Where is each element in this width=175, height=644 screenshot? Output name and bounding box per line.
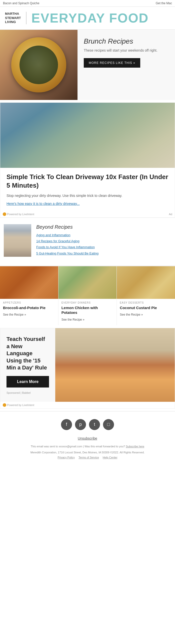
beyond-link-1[interactable]: Aging and Inflammation (36, 233, 171, 237)
footer-email-text: This email was sent to xxxxxx@gmail.com … (5, 444, 170, 449)
babbel-ad-title: Teach Yourself a New Language Using the … (6, 336, 49, 371)
babbel-powered-by-text: Powered by (7, 404, 22, 407)
recipe-card-2-link[interactable]: See the Recipe » (62, 318, 84, 321)
recipe-card-3-link[interactable]: See the Recipe » (120, 313, 143, 316)
person-visual (4, 224, 31, 257)
babbel-ad-container: Teach Yourself a New Language Using the … (0, 328, 175, 402)
brunch-section: Brunch Recipes These recipes will start … (0, 30, 175, 100)
recipe-card-1-title: Broccoli-and-Potato Pie (3, 305, 55, 310)
driveway-ad-link[interactable]: Here's how easy it is to clean a dirty d… (6, 202, 80, 206)
recipe-card-3-title: Coconut Custard Pie (120, 305, 172, 310)
recipe-card-3-image (117, 266, 175, 299)
footer-company-text: Meredith Corporation, 1716 Locust Street… (5, 450, 170, 455)
social-icons-row: f p t □ (5, 419, 170, 430)
recipe-card-1-image (0, 266, 58, 299)
recipe-card-1-category: APPETIZERS (3, 301, 55, 304)
beyond-section: Beyond Recipes Aging and Inflammation 14… (0, 218, 175, 263)
recipe-card-2-category: EVERYDAY DINNERS (62, 301, 114, 304)
beyond-links-list: Aging and Inflammation 14 Recipes for Gr… (36, 233, 171, 256)
brand-name: MARTHA STEWART LIVING (5, 12, 26, 25)
recipe-card-1-link[interactable]: See the Recipe » (3, 313, 26, 316)
babbel-person-visual (55, 328, 175, 402)
recipe-card-2: EVERYDAY DINNERS Lemon Chicken with Pota… (58, 266, 117, 325)
beyond-image (4, 224, 31, 257)
driveway-ad-title: Simple Trick To Clean Driveway 10x Faste… (6, 173, 168, 190)
brunch-title: Brunch Recipes (84, 37, 169, 45)
recipe-card-2-body: EVERYDAY DINNERS Lemon Chicken with Pota… (58, 299, 117, 325)
recipe-card-1: APPETIZERS Broccoli-and-Potato Pie See t… (0, 266, 58, 325)
instagram-icon[interactable]: □ (103, 419, 114, 430)
beyond-link-2[interactable]: 14 Recipes for Graceful Aging (36, 239, 171, 243)
top-bar-left[interactable]: Bacon and Spinach Quiche (3, 2, 39, 5)
facebook-icon[interactable]: f (61, 419, 72, 430)
recipe-card-1-body: APPETIZERS Broccoli-and-Potato Pie See t… (0, 299, 58, 321)
beyond-link-4[interactable]: 5 Gut-Healing Foods You Should Be Eating (36, 251, 171, 256)
social-footer-section: f p t □ Unsubscribe This email was sent … (0, 411, 175, 464)
site-title: EVERYDAY FOOD (32, 11, 149, 26)
quiche-filling (20, 46, 58, 84)
driveway-visual (0, 103, 175, 168)
quiche-visual (11, 37, 66, 92)
liveintent-icon (3, 212, 6, 216)
footer-links-row: Privacy Policy Terms of Service Help Cen… (5, 456, 170, 459)
brunch-image (0, 30, 78, 100)
babbel-liveintent-name: LiveIntent (22, 404, 34, 407)
babbel-ad-left: Teach Yourself a New Language Using the … (0, 328, 55, 402)
recipe-card-3: EASY DESSERTS Coconut Custard Pie See th… (117, 266, 175, 325)
recipe-card-3-body: EASY DESSERTS Coconut Custard Pie See th… (117, 299, 175, 321)
powered-by-text: Powered by (7, 213, 22, 216)
driveway-ad-content: Simple Trick To Clean Driveway 10x Faste… (0, 168, 175, 211)
babbel-powered-by: Powered by LiveIntent (0, 402, 175, 408)
recipe-cards-section: APPETIZERS Broccoli-and-Potato Pie See t… (0, 266, 175, 325)
recipe-card-3-category: EASY DESSERTS (120, 301, 172, 304)
top-bar-right[interactable]: Get the Mac (156, 2, 172, 5)
beyond-title: Beyond Recipes (36, 224, 171, 230)
brunch-description: These recipes will start your weekends o… (84, 48, 169, 53)
more-recipes-button[interactable]: MORE RECIPES LIKE THIS » (84, 58, 140, 68)
help-center-link[interactable]: Help Center (103, 456, 118, 459)
privacy-policy-link[interactable]: Privacy Policy (58, 456, 74, 459)
babbel-ad-right (55, 328, 175, 402)
subscribe-here-link[interactable]: Subscribe here (126, 445, 144, 448)
quiche-image (0, 30, 78, 100)
babbel-learn-more-button[interactable]: Learn More (6, 376, 49, 388)
header: MARTHA STEWART LIVING EVERYDAY FOOD (0, 7, 175, 30)
twitter-icon[interactable]: t (89, 419, 100, 430)
driveway-ad-section: Simple Trick To Clean Driveway 10x Faste… (0, 102, 175, 218)
babbel-ad-section: Teach Yourself a New Language Using the … (0, 328, 175, 409)
beyond-content: Beyond Recipes Aging and Inflammation 14… (36, 224, 171, 257)
top-bar: Bacon and Spinach Quiche Get the Mac (0, 0, 175, 7)
recipe-card-2-title: Lemon Chicken with Potatoes (62, 305, 114, 315)
unsubscribe-link[interactable]: Unsubscribe (5, 436, 170, 440)
babbel-sponsor-label: Sponsored | Babbel (6, 391, 49, 394)
brunch-content: Brunch Recipes These recipes will start … (78, 30, 175, 100)
babbel-liveintent-icon (3, 403, 6, 407)
recipe-card-2-image (58, 266, 117, 299)
beyond-link-3[interactable]: Foods to Avoid If You Have Inflammation (36, 245, 171, 249)
liveintent-name: LiveIntent (22, 213, 34, 216)
terms-of-service-link[interactable]: Terms of Service (78, 456, 99, 459)
ad-label: Ad (169, 213, 172, 216)
liveintent-logo: Powered by LiveIntent (3, 212, 34, 216)
pinterest-icon[interactable]: p (75, 419, 86, 430)
powered-by-liveintent: Powered by LiveIntent Ad (0, 211, 175, 217)
driveway-ad-description: Stop neglecting your dirty driveway. Use… (6, 193, 168, 198)
driveway-image (0, 103, 175, 168)
